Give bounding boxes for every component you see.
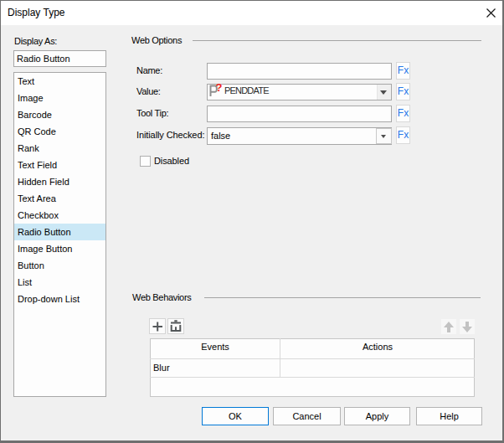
svg-text:?: ? [216,83,223,94]
